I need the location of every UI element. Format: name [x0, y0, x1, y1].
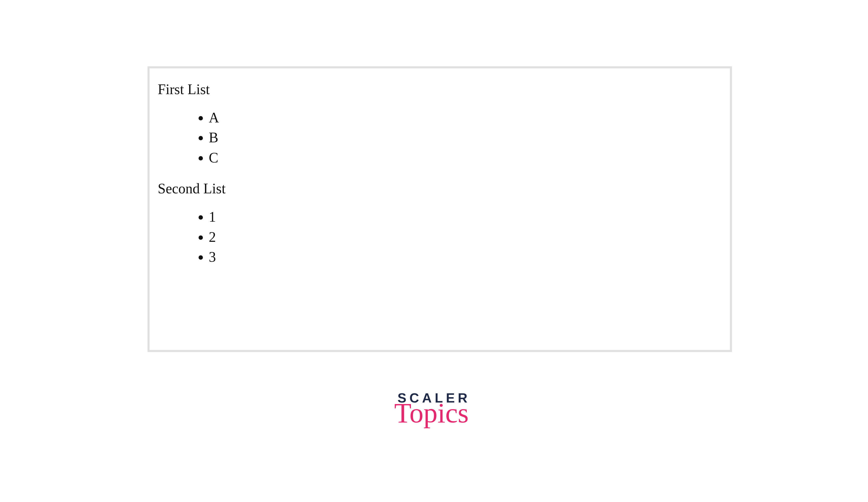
first-list: A B C	[158, 108, 722, 168]
scaler-logo: SCALER Topics	[397, 390, 472, 426]
list-item: B	[209, 127, 722, 147]
second-list: 1 2 3	[158, 207, 722, 267]
content-panel: First List A B C Second List 1 2 3	[147, 66, 732, 352]
logo-subbrand: Topics	[394, 400, 469, 426]
list-item: 2	[209, 227, 722, 247]
first-list-heading: First List	[158, 81, 722, 97]
list-item: A	[209, 108, 722, 127]
list-item: 3	[209, 247, 722, 267]
list-item: 1	[209, 207, 722, 227]
list-item: C	[209, 148, 722, 168]
second-list-heading: Second List	[158, 180, 722, 197]
